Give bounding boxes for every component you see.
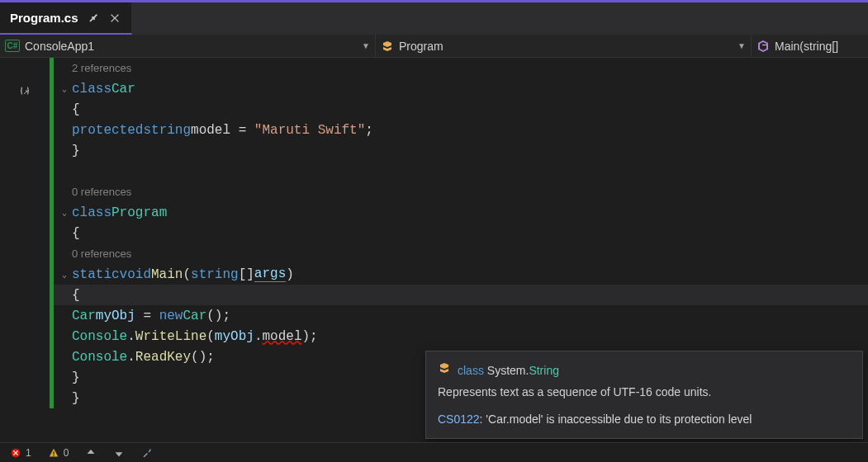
chevron-down-icon: ▼ — [738, 41, 746, 50]
chevron-down-icon: ▼ — [362, 41, 370, 50]
namespace-nav-icon[interactable] — [18, 85, 31, 102]
error-code[interactable]: CS0122 — [438, 412, 480, 426]
method-icon — [757, 40, 770, 53]
status-bar: 1 0 — [0, 442, 868, 462]
close-icon[interactable] — [108, 12, 121, 25]
navigation-bar: C# ConsoleApp1 ▼ Program ▼ Main(string[] — [0, 35, 868, 58]
tab-program-cs[interactable]: Program.cs — [0, 2, 132, 35]
quickinfo-tooltip: class System.String Represents text as a… — [425, 351, 863, 439]
svg-rect-3 — [53, 455, 54, 455]
csharp-badge-icon: C# — [5, 40, 20, 52]
nav-member-label: Main(string[] — [775, 40, 838, 53]
svg-rect-0 — [762, 45, 766, 45]
codelens-main[interactable]: 0 references — [72, 248, 131, 260]
editor-gutter — [0, 58, 50, 442]
svg-point-4 — [149, 449, 151, 450]
tooltip-description: Represents text as a sequence of UTF-16 … — [438, 383, 851, 401]
fold-icon[interactable]: ⌄ — [57, 84, 72, 94]
nav-member[interactable]: Main(string[] — [752, 35, 868, 57]
nav-class-label: Program — [399, 40, 443, 53]
screwdriver-icon[interactable] — [141, 447, 153, 459]
tab-title: Program.cs — [10, 11, 78, 25]
class-icon — [381, 40, 394, 53]
nav-class[interactable]: Program ▼ — [376, 35, 752, 57]
codelens-program[interactable]: 0 references — [72, 186, 131, 198]
document-tabs: Program.cs — [0, 0, 868, 35]
class-icon — [438, 361, 451, 380]
fold-icon[interactable]: ⌄ — [57, 208, 72, 218]
nav-project[interactable]: C# ConsoleApp1 ▼ — [0, 35, 376, 57]
nav-down-icon[interactable] — [113, 447, 125, 459]
fold-icon[interactable]: ⌄ — [57, 270, 72, 280]
codelens-car[interactable]: 2 references — [72, 62, 131, 74]
svg-rect-2 — [53, 451, 54, 455]
nav-up-icon[interactable] — [85, 447, 97, 459]
status-errors[interactable]: 1 — [10, 447, 31, 459]
error-squiggle[interactable]: model — [262, 329, 301, 344]
error-message: : 'Car.model' is inaccessible due to its… — [480, 412, 752, 426]
status-warnings[interactable]: 0 — [48, 447, 69, 459]
nav-project-label: ConsoleApp1 — [25, 40, 94, 53]
pin-icon[interactable] — [87, 12, 100, 25]
